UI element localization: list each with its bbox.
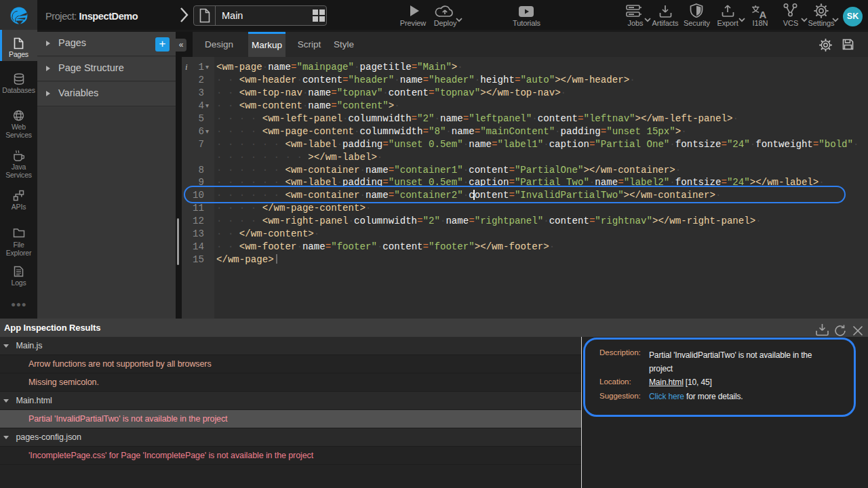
svg-text:A: A <box>760 9 767 19</box>
